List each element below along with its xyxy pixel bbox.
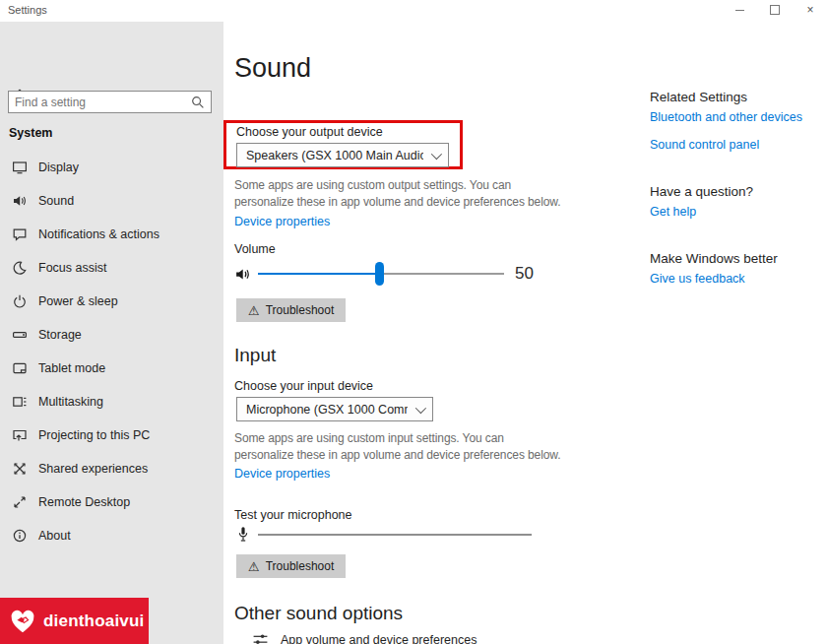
sidebar-item-notifications[interactable]: Notifications & actions <box>0 218 223 251</box>
troubleshoot-label: Troubleshoot <box>266 303 335 317</box>
sidebar-item-label: Shared experiences <box>38 462 148 476</box>
bluetooth-devices-link[interactable]: Bluetooth and other devices <box>650 110 802 124</box>
notifications-icon <box>12 226 28 242</box>
sidebar-item-storage[interactable]: Storage <box>0 318 223 352</box>
input-device-dropdown[interactable]: Microphone (GSX 1000 Communi... <box>236 397 433 421</box>
shared-experiences-icon <box>12 461 28 477</box>
dienthoaivui-logo: dienthoaivui <box>0 598 149 644</box>
sound-control-panel-link[interactable]: Sound control panel <box>650 138 759 152</box>
output-description: Some apps are using custom output settin… <box>234 177 563 211</box>
sidebar-item-tablet-mode[interactable]: Tablet mode <box>0 352 223 385</box>
sidebar-item-label: Storage <box>38 328 82 342</box>
app-volume-label: App volume and device preferences <box>281 633 477 644</box>
search-input[interactable] <box>9 96 190 109</box>
power-icon <box>12 293 28 309</box>
volume-slider-fill <box>258 273 378 275</box>
window-controls: × <box>732 3 817 17</box>
sidebar-item-projecting[interactable]: Projecting to this PC <box>0 419 223 452</box>
sidebar-item-label: Focus assist <box>38 261 106 275</box>
close-button[interactable]: × <box>803 3 817 17</box>
search-box[interactable] <box>8 91 212 113</box>
make-windows-better-title: Make Windows better <box>650 251 778 266</box>
multitasking-icon <box>12 394 28 410</box>
sidebar-item-label: Projecting to this PC <box>38 428 150 442</box>
page-title: Sound <box>234 53 311 84</box>
input-section-title: Input <box>234 345 276 366</box>
input-device-value: Microphone (GSX 1000 Communi... <box>246 403 408 417</box>
warning-icon: ⚠ <box>248 303 260 318</box>
maximize-button[interactable] <box>768 3 782 17</box>
display-icon <box>12 160 28 175</box>
sidebar-item-shared-experiences[interactable]: Shared experiences <box>0 452 223 485</box>
output-device-value: Speakers (GSX 1000 Main Audio) <box>246 149 423 162</box>
get-help-link[interactable]: Get help <box>650 205 696 219</box>
sidebar-item-about[interactable]: About <box>0 519 223 552</box>
volume-slider-thumb[interactable] <box>375 262 384 286</box>
app-volume-icon <box>252 631 269 644</box>
microphone-level-meter <box>258 534 532 536</box>
logo-text: dienthoaivui <box>43 612 145 631</box>
input-troubleshoot-button[interactable]: ⚠ Troubleshoot <box>236 554 346 578</box>
warning-icon: ⚠ <box>248 559 260 574</box>
troubleshoot-label: Troubleshoot <box>266 559 335 573</box>
chevron-down-icon <box>415 402 426 413</box>
sidebar-item-power-sleep[interactable]: Power & sleep <box>0 285 223 318</box>
sidebar-item-label: Display <box>38 161 79 174</box>
focus-assist-icon <box>12 260 28 276</box>
sidebar: Home System Display Sound Notifications … <box>0 22 223 644</box>
sidebar-item-remote-desktop[interactable]: Remote Desktop <box>0 485 223 519</box>
chevron-down-icon <box>431 148 442 159</box>
sidebar-item-label: About <box>38 529 71 543</box>
titlebar: Settings × <box>0 0 827 22</box>
sidebar-item-label: Multitasking <box>38 395 103 409</box>
search-icon[interactable] <box>190 95 206 110</box>
volume-value: 50 <box>515 264 534 284</box>
input-device-label: Choose your input device <box>234 379 373 393</box>
volume-label: Volume <box>234 242 276 256</box>
output-device-dropdown[interactable]: Speakers (GSX 1000 Main Audio) <box>236 143 449 167</box>
sidebar-item-sound[interactable]: Sound <box>0 184 223 218</box>
tablet-icon <box>12 360 28 376</box>
sidebar-item-label: Notifications & actions <box>38 227 159 241</box>
storage-icon <box>12 327 28 343</box>
app-volume-preferences-item[interactable]: App volume and device preferences <box>252 631 477 644</box>
sidebar-item-label: Remote Desktop <box>38 495 130 509</box>
maximize-icon <box>770 5 780 15</box>
input-description: Some apps are using custom input setting… <box>234 430 563 464</box>
sidebar-item-label: Tablet mode <box>38 361 105 375</box>
minimize-icon <box>735 10 744 11</box>
sidebar-item-label: Sound <box>38 194 74 208</box>
projecting-icon <box>12 427 28 443</box>
output-device-label: Choose your output device <box>236 125 383 139</box>
volume-speaker-icon[interactable] <box>234 266 251 283</box>
sidebar-item-display[interactable]: Display <box>0 151 223 184</box>
output-troubleshoot-button[interactable]: ⚠ Troubleshoot <box>236 298 346 322</box>
other-sound-options-title: Other sound options <box>234 603 403 624</box>
sidebar-list: Display Sound Notifications & actions Fo… <box>0 151 223 552</box>
sidebar-item-focus-assist[interactable]: Focus assist <box>0 251 223 285</box>
sidebar-section-header: System <box>9 126 52 140</box>
sidebar-item-multitasking[interactable]: Multitasking <box>0 385 223 419</box>
give-feedback-link[interactable]: Give us feedback <box>650 272 745 286</box>
heart-handshake-icon <box>8 607 37 636</box>
about-icon <box>12 528 28 544</box>
input-device-properties-link[interactable]: Device properties <box>234 467 330 481</box>
minimize-button[interactable] <box>732 3 746 17</box>
have-a-question-title: Have a question? <box>650 184 753 199</box>
remote-desktop-icon <box>12 494 28 510</box>
microphone-icon <box>235 526 251 544</box>
sound-icon <box>12 193 28 209</box>
output-device-properties-link[interactable]: Device properties <box>234 215 330 228</box>
sidebar-item-label: Power & sleep <box>38 294 118 308</box>
window-title: Settings <box>8 4 47 16</box>
related-settings-title: Related Settings <box>650 90 747 104</box>
test-microphone-label: Test your microphone <box>234 508 352 522</box>
